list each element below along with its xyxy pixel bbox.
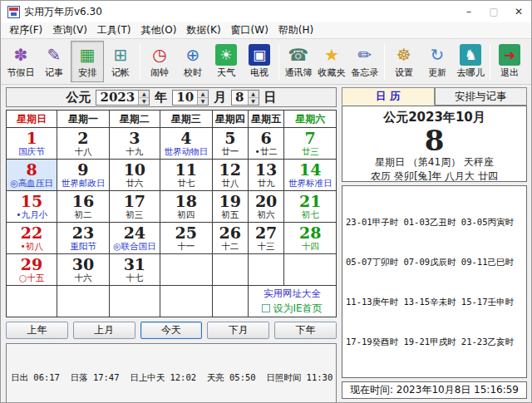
toolbar-button-accounts[interactable]: ⊞记帐 (104, 41, 137, 82)
day-spinner[interactable]: 8 ▲▼ (231, 90, 259, 106)
day-number: 24 (110, 224, 160, 241)
calendar-cell-day-14[interactable]: 14世界标准日 (284, 160, 337, 191)
calendar-cell-day-21[interactable]: 21初七 (284, 191, 337, 223)
menu-item-help[interactable]: 帮助(H) (273, 23, 318, 37)
day-number: 28 (284, 224, 336, 241)
spinner-up-icon[interactable]: ▲ (249, 91, 259, 98)
toolbar-button-settings[interactable]: ☸设置 (387, 41, 421, 82)
useful-sites-link[interactable]: 实用网址大全 (249, 288, 336, 300)
month-value[interactable]: 10 (173, 91, 197, 105)
tab-calendar[interactable]: 日 历 (342, 87, 435, 106)
toolbar-button-update[interactable]: ↻更新 (421, 41, 454, 82)
calendar-cell-day-8[interactable]: 8◎高血压日 (7, 160, 57, 191)
calendar-cell-day-6[interactable]: 6•廿二 (248, 128, 283, 160)
menu-item-window[interactable]: 窗口(W) (226, 23, 273, 37)
calendar-cell-day-26[interactable]: 26十二 (212, 223, 248, 254)
tab-schedule-notes[interactable]: 安排与记事 (435, 87, 528, 106)
calendar-cell-day-20[interactable]: 20初六 (248, 191, 283, 223)
calendar-cell-day-10[interactable]: 10廿六 (109, 160, 160, 191)
calendar-cell-day-18[interactable]: 18初四 (160, 191, 212, 223)
minimize-button[interactable]: – (456, 1, 481, 22)
date-selector: 公元 2023 ▲▼ 年 10 ▲▼ 月 8 ▲▼ 日 (6, 87, 337, 107)
calendar-nav-buttons: 上年上月今天下月下年 (6, 322, 337, 339)
calendar-cell-day-5[interactable]: 5廿一 (212, 128, 248, 160)
toolbar-button-schedule[interactable]: ▦安排 (71, 41, 104, 82)
toolbar-button-holiday[interactable]: ✽节假日 (4, 41, 37, 82)
calendar-week-row: 29○十五30十六31十七 (7, 254, 337, 286)
year-spinner[interactable]: 2023 ▲▼ (96, 90, 150, 106)
calendar-cell-day-27[interactable]: 27十三 (248, 223, 283, 254)
toolbar-button-memo[interactable]: ✏备忘录 (348, 41, 382, 82)
spinner-up-icon[interactable]: ▲ (139, 91, 149, 98)
detail-tabs: 日 历 安排与记事 (342, 87, 527, 106)
spinner-up-icon[interactable]: ▲ (198, 91, 208, 98)
calendar-cell-day-30[interactable]: 30十六 (57, 254, 110, 286)
toolbar-button-notes[interactable]: ✎记事 (37, 41, 71, 82)
day-spinner-arrows[interactable]: ▲▼ (248, 91, 259, 105)
day-number: 20 (249, 193, 283, 209)
toolbar-button-exit[interactable]: ➜退出 (493, 41, 526, 82)
toolbar-button-travel[interactable]: ♞去哪儿 (454, 41, 487, 82)
detail-panel: 日 历 安排与记事 公元2023年10月 8 星期日 （第41周） 天秤座 农历… (342, 87, 527, 399)
menu-item-tools[interactable]: 工具(T) (92, 23, 136, 37)
day-value[interactable]: 8 (232, 91, 247, 105)
calendar-cell-day-29[interactable]: 29○十五 (7, 254, 57, 286)
notes-icon: ✎ (43, 44, 65, 66)
calendar-cell-day-9[interactable]: 9世界邮政日 (57, 160, 110, 191)
calendar-cell-day-31[interactable]: 31十七 (109, 254, 160, 286)
calendar-cell-day-17[interactable]: 17初三 (109, 191, 160, 223)
calendar-cell-day-22[interactable]: 22•初八 (7, 223, 57, 254)
prev-month-button[interactable]: 上月 (73, 322, 135, 339)
month-spinner-arrows[interactable]: ▲▼ (197, 91, 208, 105)
calendar-cell-day-23[interactable]: 23重阳节 (57, 223, 110, 254)
close-button[interactable]: ✕ (506, 1, 531, 22)
calendar-cell-day-3[interactable]: 3十九 (109, 128, 160, 160)
calendar-cell-day-1[interactable]: 1国庆节 (7, 128, 57, 160)
calendar-cell-day-11[interactable]: 11廿七 (160, 160, 212, 191)
calendar-week-row: 8◎高血压日9世界邮政日10廿六11廿七12廿八13廿九14世界标准日 (7, 160, 337, 191)
menu-item-other[interactable]: 其他(O) (136, 23, 182, 37)
toolbar-button-favorites[interactable]: ★收藏夹 (315, 41, 348, 82)
ie-homepage-checkbox[interactable] (262, 304, 270, 312)
main-content: 公元 2023 ▲▼ 年 10 ▲▼ 月 8 ▲▼ 日 星期日星期一星期二星期 (1, 85, 531, 402)
spinner-down-icon[interactable]: ▼ (198, 98, 208, 105)
prev-year-button[interactable]: 上年 (6, 322, 68, 339)
menu-item-program[interactable]: 程序(F) (4, 23, 47, 37)
calendar-cell-day-24[interactable]: 24◎联合国日 (109, 223, 160, 254)
day-number: 23 (57, 224, 109, 241)
today-button[interactable]: 今天 (140, 322, 203, 339)
calendar-cell-day-28[interactable]: 28十四 (284, 223, 337, 254)
menu-bar: 程序(F)查询(V)工具(T)其他(O)数据(K)窗口(W)帮助(H) (1, 22, 531, 39)
calendar-week-row: 22•初八23重阳节24◎联合国日25十一26十二27十三28十四 (7, 223, 337, 254)
maximize-button[interactable]: ▢ (481, 1, 506, 22)
calendar-cell-day-16[interactable]: 16初二 (57, 191, 110, 223)
toolbar-button-contacts[interactable]: ☎通讯簿 (282, 41, 315, 82)
calendar-cell-day-7[interactable]: 7廿三 (284, 128, 337, 160)
spinner-down-icon[interactable]: ▼ (249, 98, 259, 105)
menu-item-query[interactable]: 查询(V) (47, 23, 92, 37)
day-number: 6 (249, 130, 283, 146)
spinner-down-icon[interactable]: ▼ (139, 98, 149, 105)
toolbar-button-tv[interactable]: ▣电视 (243, 41, 276, 82)
next-month-button[interactable]: 下月 (207, 322, 269, 339)
year-value[interactable]: 2023 (96, 91, 138, 105)
next-year-button[interactable]: 下年 (274, 322, 337, 339)
day-subtext: 廿六 (110, 178, 160, 189)
toolbar-button-time-sync[interactable]: ⊕校时 (176, 41, 209, 82)
calendar-cell-day-25[interactable]: 25十一 (160, 223, 212, 254)
calendar-cell-day-4[interactable]: 4世界动物日 (160, 128, 212, 160)
calendar-cell-day-12[interactable]: 12廿八 (212, 160, 248, 191)
calendar-cell-day-13[interactable]: 13廿九 (248, 160, 283, 191)
year-spinner-arrows[interactable]: ▲▼ (138, 91, 149, 105)
calendar-cell-day-15[interactable]: 15•九月小 (7, 191, 57, 223)
window-title: 实用万年历v6.30 (24, 5, 102, 19)
calendar-cell-day-19[interactable]: 19初五 (212, 191, 248, 223)
calendar-cell-day-2[interactable]: 2十八 (57, 128, 110, 160)
update-icon: ↻ (426, 44, 448, 66)
day-number: 11 (160, 161, 212, 178)
day-subtext: 初六 (249, 209, 283, 220)
menu-item-data[interactable]: 数据(K) (181, 23, 225, 37)
toolbar-button-alarm[interactable]: ◷闹钟 (143, 41, 176, 82)
month-spinner[interactable]: 10 ▲▼ (172, 90, 209, 106)
toolbar-button-weather[interactable]: ☀天气 (209, 41, 243, 82)
